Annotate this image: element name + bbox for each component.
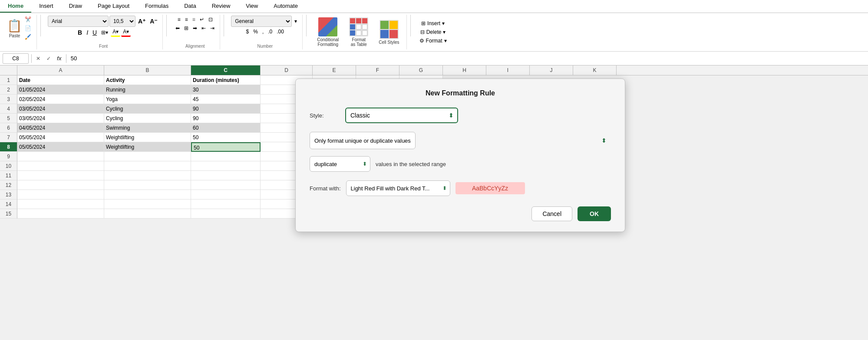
format-style-select[interactable]: Light Red Fill with Dark Red T... bbox=[346, 180, 450, 196]
cell-b8[interactable]: Weightlifting bbox=[104, 142, 191, 152]
cell-b11[interactable] bbox=[104, 171, 191, 180]
format-as-table-button[interactable]: Format as Table bbox=[346, 16, 372, 49]
increase-font-button[interactable]: A⁺ bbox=[136, 17, 147, 26]
col-header-i[interactable]: I bbox=[486, 65, 530, 75]
increase-indent-button[interactable]: ⇥ bbox=[208, 24, 216, 32]
tab-review[interactable]: Review bbox=[204, 0, 238, 13]
cell-a7[interactable]: 05/05/2024 bbox=[17, 133, 104, 142]
align-top-button[interactable]: ≡ bbox=[176, 16, 182, 23]
cell-b2[interactable]: Running bbox=[104, 85, 191, 95]
cell-c8[interactable]: 50 bbox=[191, 142, 261, 152]
cell-c10[interactable] bbox=[191, 161, 261, 171]
paste-button[interactable]: 📋 Paste bbox=[7, 19, 22, 38]
font-size-select[interactable]: 10,5 bbox=[109, 16, 135, 27]
cell-a14[interactable] bbox=[17, 199, 104, 209]
tab-formulas[interactable]: Formulas bbox=[137, 0, 176, 13]
decrease-font-button[interactable]: A⁻ bbox=[148, 17, 159, 26]
insert-button[interactable]: ⊞ Insert ▾ bbox=[419, 20, 446, 27]
cell-a15[interactable] bbox=[17, 209, 104, 219]
number-format-dropdown[interactable]: ▾ bbox=[293, 17, 299, 25]
cell-b14[interactable] bbox=[104, 199, 191, 209]
cell-a11[interactable] bbox=[17, 171, 104, 180]
decrease-decimal-button[interactable]: .0 bbox=[266, 28, 274, 36]
copy-button[interactable]: 📄 bbox=[23, 24, 33, 32]
cancel-formula-icon[interactable]: ✕ bbox=[34, 56, 42, 62]
cell-c7[interactable]: 50 bbox=[191, 133, 261, 142]
confirm-formula-icon[interactable]: ✓ bbox=[45, 56, 53, 62]
cell-a6[interactable]: 04/05/2024 bbox=[17, 123, 104, 133]
italic-button[interactable]: I bbox=[85, 28, 90, 37]
number-format-select[interactable]: General bbox=[231, 16, 292, 27]
increase-decimal-button[interactable]: .00 bbox=[275, 28, 286, 36]
col-header-h[interactable]: H bbox=[443, 65, 486, 75]
tab-automate[interactable]: Automate bbox=[266, 0, 306, 13]
align-right-button[interactable]: ➡ bbox=[191, 24, 199, 32]
comma-button[interactable]: , bbox=[261, 28, 265, 36]
cell-a10[interactable] bbox=[17, 161, 104, 171]
duplicate-value-select[interactable]: duplicate unique bbox=[310, 156, 370, 172]
cell-a1[interactable]: Date bbox=[17, 75, 104, 85]
tab-page-layout[interactable]: Page Layout bbox=[90, 0, 137, 13]
cell-a3[interactable]: 02/05/2024 bbox=[17, 95, 104, 104]
formula-input[interactable]: 50 bbox=[69, 55, 865, 62]
cell-c11[interactable] bbox=[191, 171, 261, 180]
cell-b12[interactable] bbox=[104, 180, 191, 190]
cell-a13[interactable] bbox=[17, 190, 104, 199]
wrap-text-button[interactable]: ↵ bbox=[198, 16, 206, 23]
cell-reference-input[interactable]: C8 bbox=[3, 53, 29, 64]
tab-insert[interactable]: Insert bbox=[31, 0, 61, 13]
cell-c6[interactable]: 60 bbox=[191, 123, 261, 133]
font-select[interactable]: Arial bbox=[48, 16, 109, 27]
underline-button[interactable]: U bbox=[91, 28, 99, 37]
format-painter-button[interactable]: 🖌️ bbox=[23, 33, 33, 41]
bold-button[interactable]: B bbox=[76, 28, 84, 37]
percent-button[interactable]: % bbox=[251, 28, 260, 36]
cell-a2[interactable]: 01/05/2024 bbox=[17, 85, 104, 95]
decrease-indent-button[interactable]: ⇤ bbox=[200, 24, 208, 32]
conditional-formatting-button[interactable]: Conditional Formatting bbox=[314, 16, 342, 49]
align-left-button[interactable]: ⬅ bbox=[174, 24, 182, 32]
fill-color-button[interactable]: A▾ bbox=[111, 28, 120, 37]
tab-view[interactable]: View bbox=[238, 0, 266, 13]
cell-a5[interactable]: 03/05/2024 bbox=[17, 114, 104, 123]
format-button[interactable]: ⚙ Format ▾ bbox=[418, 37, 449, 45]
cut-button[interactable]: ✂️ bbox=[23, 16, 33, 23]
cell-b5[interactable]: Cycling bbox=[104, 114, 191, 123]
align-middle-button[interactable]: ≡ bbox=[183, 16, 190, 23]
delete-button[interactable]: ⊟ Delete ▾ bbox=[419, 28, 448, 36]
accounting-button[interactable]: $ bbox=[244, 28, 251, 36]
cell-a8[interactable]: 05/05/2024 bbox=[17, 142, 104, 152]
cell-b9[interactable] bbox=[104, 152, 191, 161]
cell-styles-button[interactable]: Cell Styles bbox=[375, 18, 403, 46]
cell-c1[interactable]: Duration (minutes) bbox=[191, 75, 261, 85]
cell-b15[interactable] bbox=[104, 209, 191, 219]
col-header-c[interactable]: C bbox=[191, 65, 261, 75]
format-rule-select[interactable]: Only format unique or duplicate values bbox=[310, 132, 416, 149]
cell-b3[interactable]: Yoga bbox=[104, 95, 191, 104]
cell-c2[interactable]: 30 bbox=[191, 85, 261, 95]
cell-c4[interactable]: 90 bbox=[191, 104, 261, 114]
cell-c5[interactable]: 90 bbox=[191, 114, 261, 123]
insert-function-icon[interactable]: fx bbox=[55, 56, 63, 62]
border-button[interactable]: ⊞▾ bbox=[99, 29, 110, 36]
font-color-button[interactable]: A▾ bbox=[121, 28, 131, 37]
cell-c12[interactable] bbox=[191, 180, 261, 190]
cell-c13[interactable] bbox=[191, 190, 261, 199]
cell-c3[interactable]: 45 bbox=[191, 95, 261, 104]
cell-b7[interactable]: Weightlifting bbox=[104, 133, 191, 142]
cell-b1[interactable]: Activity bbox=[104, 75, 191, 85]
col-header-j[interactable]: J bbox=[530, 65, 573, 75]
cell-c14[interactable] bbox=[191, 199, 261, 209]
merge-button[interactable]: ⊡ bbox=[207, 16, 215, 23]
tab-home[interactable]: Home bbox=[0, 0, 31, 13]
col-header-a[interactable]: A bbox=[17, 65, 104, 75]
style-select[interactable]: Classic bbox=[345, 108, 458, 123]
cell-b10[interactable] bbox=[104, 161, 191, 171]
cell-b4[interactable]: Cycling bbox=[104, 104, 191, 114]
col-header-f[interactable]: F bbox=[356, 65, 399, 75]
col-header-d[interactable]: D bbox=[261, 65, 313, 75]
col-header-e[interactable]: E bbox=[313, 65, 356, 75]
cell-c15[interactable] bbox=[191, 209, 261, 219]
cell-a4[interactable]: 03/05/2024 bbox=[17, 104, 104, 114]
col-header-g[interactable]: G bbox=[399, 65, 443, 75]
